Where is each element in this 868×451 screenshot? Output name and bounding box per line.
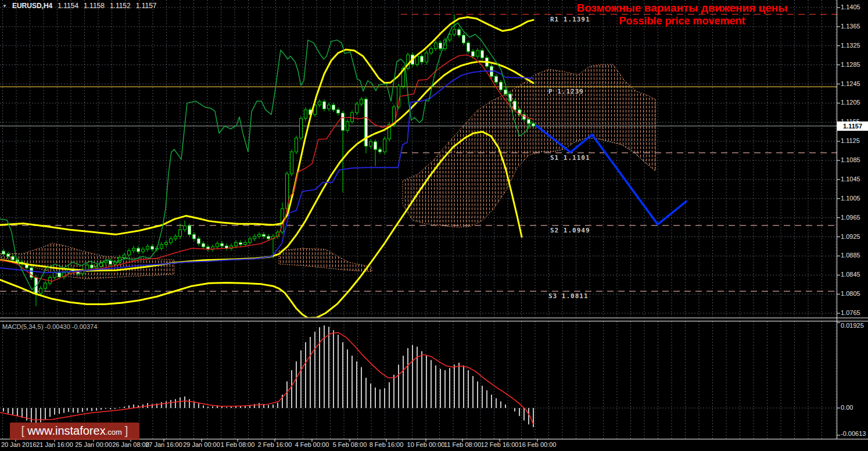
forecast-annotation: Возможные варианты движения цены Possibl… — [523, 2, 841, 27]
chart-canvas[interactable] — [0, 0, 868, 451]
price-axis-label: 1.0965 — [841, 214, 860, 221]
price-axis-label: 1.1125 — [841, 137, 860, 144]
macd-indicator-label: MACD(5,34,5) -0.00430 -0.00374 — [2, 323, 97, 330]
price-axis-label: 1.1085 — [841, 156, 860, 163]
price-axis-label: 1.0845 — [841, 271, 860, 278]
symbol-marker-icon: ▼ — [2, 3, 7, 9]
macd-histogram — [3, 325, 533, 427]
price-axis-label: 1.0925 — [841, 233, 860, 240]
macd-pane[interactable] — [0, 321, 837, 439]
level-label-s2: S2 1.0949 — [550, 227, 590, 234]
instaforex-watermark: [www.instaforex.com] — [10, 423, 139, 440]
macd-axis-label-bottom: -0.00613 — [841, 430, 866, 437]
logo-bracket-close: ] — [122, 424, 131, 437]
level-label-s3: S3 1.0811 — [548, 292, 589, 300]
symbol-timeframe: EURUSD,H4 — [12, 2, 52, 10]
price-axis-label: 1.0765 — [841, 309, 860, 316]
price-axis-label: 1.1365 — [841, 23, 860, 30]
mt4-chart-window: ▼ EURUSD,H4 1.1154 1.1158 1.1152 1.1157 … — [0, 0, 868, 451]
logo-bracket-open: [ — [19, 424, 28, 437]
ichimoku-cloud-mid — [279, 248, 372, 271]
main-pane[interactable] — [0, 0, 837, 318]
ohlc-low: 1.1152 — [110, 2, 131, 10]
price-axis-label: 1.1325 — [841, 42, 860, 49]
price-axis-label: 1.1205 — [841, 99, 860, 106]
ohlc-close: 1.1157 — [136, 2, 157, 10]
time-axis-label: 16 Feb 00:00 — [511, 441, 564, 448]
price-axis-label: 1.0805 — [841, 290, 860, 297]
logo-domain-suffix: .com — [106, 428, 122, 436]
current-price-badge: 1.1157 — [837, 121, 868, 131]
logo-domain: www.instaforex — [27, 424, 106, 437]
price-axis-label: 1.1045 — [841, 176, 860, 182]
annotation-line-ru: Возможные варианты движения цены — [523, 2, 841, 15]
level-label-r1: R1 1.1391 — [550, 16, 590, 23]
level-label-s1: S1 1.1101 — [550, 154, 590, 162]
price-axis-label: 1.0885 — [841, 252, 860, 259]
macd-axis-label-top: 0.01925 — [841, 322, 864, 329]
chart-title: ▼ EURUSD,H4 1.1154 1.1158 1.1152 1.1157 — [2, 2, 157, 10]
level-label-p: P 1.1239 — [548, 88, 584, 95]
ohlc-high: 1.1158 — [84, 2, 105, 10]
macd-axis-label-zero: 0.00 — [841, 404, 853, 411]
price-axis-label: 1.1405 — [841, 3, 860, 10]
price-axis-label: 1.1005 — [841, 195, 860, 202]
price-axis-label: 1.1245 — [841, 80, 860, 87]
ichimoku-cloud-big — [403, 65, 655, 227]
macd-signal-line — [0, 332, 533, 424]
ohlc-open: 1.1154 — [58, 2, 78, 10]
price-axis-label: 1.1285 — [841, 61, 860, 68]
